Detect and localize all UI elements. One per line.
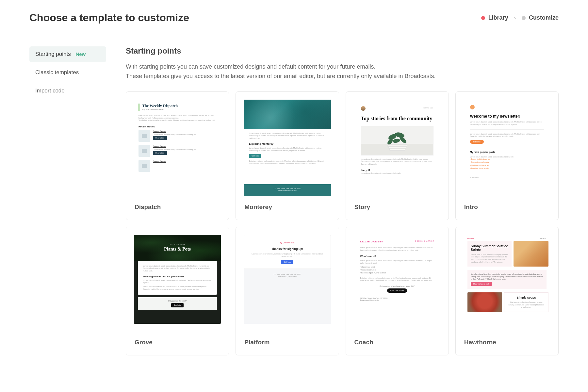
breadcrumb-label: Customize	[529, 14, 559, 21]
sidebar: Starting points New Classic templates Im…	[29, 46, 106, 355]
template-name: Coach	[346, 332, 449, 355]
template-preview: ConvertKit Thanks for signing up! Lorem …	[236, 227, 338, 332]
section-title: Starting points	[126, 46, 559, 56]
badge-new: New	[75, 51, 86, 57]
svg-point-1	[394, 131, 405, 139]
chevron-right-icon: ›	[514, 15, 516, 21]
template-preview: Friends Issue 01 Sunny Summer Solstice S…	[456, 227, 558, 332]
template-preview: ISSUE 001 Top stories from the community	[346, 92, 449, 196]
template-card-monterey[interactable]: Lorem ipsum dolor sit amet, consectetur …	[236, 91, 339, 220]
sidebar-item-label: Starting points	[35, 51, 71, 57]
template-card-platform[interactable]: ConvertKit Thanks for signing up! Lorem …	[236, 227, 339, 355]
template-name: Platform	[236, 332, 338, 355]
sidebar-item-starting-points[interactable]: Starting points New	[29, 46, 106, 62]
template-card-story[interactable]: ISSUE 001 Top stories from the community	[346, 91, 449, 220]
breadcrumb: Library › Customize	[481, 14, 559, 21]
template-preview: Welcome to my newsletter! Lorem ipsum do…	[456, 92, 558, 196]
template-card-dispatch[interactable]: The Weekly Dispatch Top posts from this …	[126, 91, 229, 220]
template-name: Dispatch	[126, 196, 229, 220]
step-dot-active-icon	[481, 16, 485, 20]
page-title: Choose a template to customize	[29, 12, 189, 24]
svg-rect-5	[387, 145, 407, 147]
sidebar-item-import-code[interactable]: Import code	[29, 83, 106, 99]
breadcrumb-library[interactable]: Library	[481, 14, 508, 21]
template-name: Monterey	[236, 196, 338, 220]
svg-rect-6	[388, 146, 406, 148]
template-grid: The Weekly Dispatch Top posts from this …	[126, 91, 559, 355]
image-placeholder-icon	[139, 160, 150, 172]
convertkit-logo-icon: ConvertKit	[251, 241, 324, 244]
sidebar-item-label: Import code	[35, 88, 65, 94]
template-name: Hawthorne	[456, 332, 558, 355]
breadcrumb-label: Library	[488, 14, 508, 21]
soup-image-icon	[467, 292, 502, 312]
section-description: With starting points you can save custom…	[126, 62, 559, 81]
template-card-coach[interactable]: LIZZIE JANSEN DESIGN & ARTIST Lorem ipsu…	[346, 227, 449, 355]
step-dot-inactive-icon	[522, 16, 526, 20]
template-preview: LIZZIE JANSEN DESIGN & ARTIST Lorem ipsu…	[346, 227, 449, 332]
plant-image-icon	[361, 126, 433, 155]
template-name: Story	[346, 196, 449, 220]
image-placeholder-icon	[139, 130, 150, 142]
svg-rect-7	[389, 148, 405, 150]
brand-dot-icon	[470, 105, 475, 109]
template-name: Intro	[456, 196, 558, 220]
sidebar-item-label: Classic templates	[35, 69, 79, 75]
sidebar-item-classic-templates[interactable]: Classic templates	[29, 65, 106, 80]
template-name: Grove	[126, 332, 229, 355]
template-card-hawthorne[interactable]: Friends Issue 01 Sunny Summer Solstice S…	[455, 227, 559, 355]
avatar-icon	[361, 106, 366, 111]
template-card-grove[interactable]: LESSON ONE Plants & Pots Lorem ipsum dol…	[126, 227, 229, 355]
template-preview: LESSON ONE Plants & Pots Lorem ipsum dol…	[126, 227, 229, 332]
breadcrumb-customize[interactable]: Customize	[522, 14, 559, 21]
template-preview: Lorem ipsum dolor sit amet, consectetur …	[236, 92, 338, 196]
image-placeholder-icon	[139, 145, 150, 157]
food-image-icon	[514, 241, 548, 267]
template-preview: The Weekly Dispatch Top posts from this …	[126, 92, 229, 196]
template-card-intro[interactable]: Welcome to my newsletter! Lorem ipsum do…	[455, 91, 559, 220]
